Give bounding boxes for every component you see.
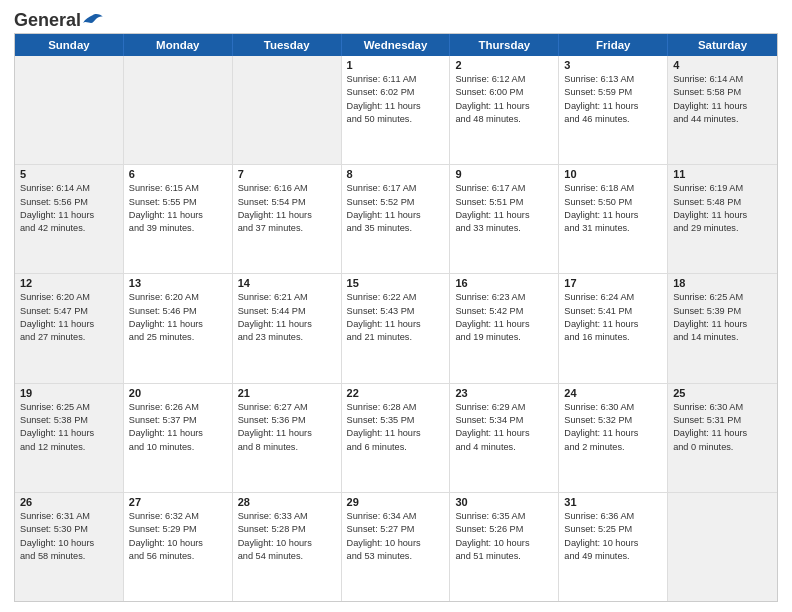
- header-day-saturday: Saturday: [668, 34, 777, 56]
- week-row-3: 12Sunrise: 6:20 AM Sunset: 5:47 PM Dayli…: [15, 274, 777, 383]
- cal-cell: 11Sunrise: 6:19 AM Sunset: 5:48 PM Dayli…: [668, 165, 777, 273]
- day-info: Sunrise: 6:12 AM Sunset: 6:00 PM Dayligh…: [455, 73, 553, 126]
- logo-bird-icon: [83, 13, 103, 29]
- cal-cell: [124, 56, 233, 164]
- day-number: 17: [564, 277, 662, 289]
- cal-cell: 25Sunrise: 6:30 AM Sunset: 5:31 PM Dayli…: [668, 384, 777, 492]
- header-day-thursday: Thursday: [450, 34, 559, 56]
- day-info: Sunrise: 6:25 AM Sunset: 5:38 PM Dayligh…: [20, 401, 118, 454]
- day-info: Sunrise: 6:36 AM Sunset: 5:25 PM Dayligh…: [564, 510, 662, 563]
- day-number: 8: [347, 168, 445, 180]
- day-info: Sunrise: 6:19 AM Sunset: 5:48 PM Dayligh…: [673, 182, 772, 235]
- day-info: Sunrise: 6:15 AM Sunset: 5:55 PM Dayligh…: [129, 182, 227, 235]
- cal-cell: 27Sunrise: 6:32 AM Sunset: 5:29 PM Dayli…: [124, 493, 233, 601]
- day-info: Sunrise: 6:11 AM Sunset: 6:02 PM Dayligh…: [347, 73, 445, 126]
- cal-cell: 14Sunrise: 6:21 AM Sunset: 5:44 PM Dayli…: [233, 274, 342, 382]
- day-number: 20: [129, 387, 227, 399]
- header-day-monday: Monday: [124, 34, 233, 56]
- calendar-header: SundayMondayTuesdayWednesdayThursdayFrid…: [15, 34, 777, 56]
- cal-cell: 30Sunrise: 6:35 AM Sunset: 5:26 PM Dayli…: [450, 493, 559, 601]
- cal-cell: 17Sunrise: 6:24 AM Sunset: 5:41 PM Dayli…: [559, 274, 668, 382]
- day-info: Sunrise: 6:29 AM Sunset: 5:34 PM Dayligh…: [455, 401, 553, 454]
- cal-cell: 7Sunrise: 6:16 AM Sunset: 5:54 PM Daylig…: [233, 165, 342, 273]
- day-info: Sunrise: 6:20 AM Sunset: 5:47 PM Dayligh…: [20, 291, 118, 344]
- day-number: 1: [347, 59, 445, 71]
- day-info: Sunrise: 6:20 AM Sunset: 5:46 PM Dayligh…: [129, 291, 227, 344]
- day-number: 23: [455, 387, 553, 399]
- cal-cell: 26Sunrise: 6:31 AM Sunset: 5:30 PM Dayli…: [15, 493, 124, 601]
- cal-cell: 2Sunrise: 6:12 AM Sunset: 6:00 PM Daylig…: [450, 56, 559, 164]
- cal-cell: 21Sunrise: 6:27 AM Sunset: 5:36 PM Dayli…: [233, 384, 342, 492]
- cal-cell: [15, 56, 124, 164]
- day-number: 12: [20, 277, 118, 289]
- cal-cell: 22Sunrise: 6:28 AM Sunset: 5:35 PM Dayli…: [342, 384, 451, 492]
- cal-cell: 18Sunrise: 6:25 AM Sunset: 5:39 PM Dayli…: [668, 274, 777, 382]
- day-info: Sunrise: 6:17 AM Sunset: 5:52 PM Dayligh…: [347, 182, 445, 235]
- day-number: 2: [455, 59, 553, 71]
- cal-cell: 15Sunrise: 6:22 AM Sunset: 5:43 PM Dayli…: [342, 274, 451, 382]
- day-number: 22: [347, 387, 445, 399]
- day-number: 16: [455, 277, 553, 289]
- cal-cell: 28Sunrise: 6:33 AM Sunset: 5:28 PM Dayli…: [233, 493, 342, 601]
- week-row-4: 19Sunrise: 6:25 AM Sunset: 5:38 PM Dayli…: [15, 384, 777, 493]
- cal-cell: 31Sunrise: 6:36 AM Sunset: 5:25 PM Dayli…: [559, 493, 668, 601]
- cal-cell: 9Sunrise: 6:17 AM Sunset: 5:51 PM Daylig…: [450, 165, 559, 273]
- day-number: 31: [564, 496, 662, 508]
- day-number: 29: [347, 496, 445, 508]
- cal-cell: 23Sunrise: 6:29 AM Sunset: 5:34 PM Dayli…: [450, 384, 559, 492]
- header-day-tuesday: Tuesday: [233, 34, 342, 56]
- day-info: Sunrise: 6:22 AM Sunset: 5:43 PM Dayligh…: [347, 291, 445, 344]
- day-number: 30: [455, 496, 553, 508]
- day-number: 4: [673, 59, 772, 71]
- day-number: 27: [129, 496, 227, 508]
- logo: General: [14, 10, 103, 27]
- day-number: 10: [564, 168, 662, 180]
- day-info: Sunrise: 6:31 AM Sunset: 5:30 PM Dayligh…: [20, 510, 118, 563]
- day-info: Sunrise: 6:14 AM Sunset: 5:56 PM Dayligh…: [20, 182, 118, 235]
- day-info: Sunrise: 6:18 AM Sunset: 5:50 PM Dayligh…: [564, 182, 662, 235]
- cal-cell: 19Sunrise: 6:25 AM Sunset: 5:38 PM Dayli…: [15, 384, 124, 492]
- day-number: 18: [673, 277, 772, 289]
- cal-cell: 12Sunrise: 6:20 AM Sunset: 5:47 PM Dayli…: [15, 274, 124, 382]
- header: General: [14, 10, 778, 27]
- day-number: 5: [20, 168, 118, 180]
- day-number: 26: [20, 496, 118, 508]
- day-info: Sunrise: 6:32 AM Sunset: 5:29 PM Dayligh…: [129, 510, 227, 563]
- cal-cell: 3Sunrise: 6:13 AM Sunset: 5:59 PM Daylig…: [559, 56, 668, 164]
- cal-cell: 10Sunrise: 6:18 AM Sunset: 5:50 PM Dayli…: [559, 165, 668, 273]
- day-number: 28: [238, 496, 336, 508]
- day-number: 9: [455, 168, 553, 180]
- calendar-body: 1Sunrise: 6:11 AM Sunset: 6:02 PM Daylig…: [15, 56, 777, 601]
- day-number: 11: [673, 168, 772, 180]
- day-number: 3: [564, 59, 662, 71]
- cal-cell: [233, 56, 342, 164]
- cal-cell: 24Sunrise: 6:30 AM Sunset: 5:32 PM Dayli…: [559, 384, 668, 492]
- day-number: 6: [129, 168, 227, 180]
- day-info: Sunrise: 6:30 AM Sunset: 5:31 PM Dayligh…: [673, 401, 772, 454]
- day-info: Sunrise: 6:13 AM Sunset: 5:59 PM Dayligh…: [564, 73, 662, 126]
- cal-cell: 20Sunrise: 6:26 AM Sunset: 5:37 PM Dayli…: [124, 384, 233, 492]
- day-info: Sunrise: 6:30 AM Sunset: 5:32 PM Dayligh…: [564, 401, 662, 454]
- day-number: 25: [673, 387, 772, 399]
- day-info: Sunrise: 6:33 AM Sunset: 5:28 PM Dayligh…: [238, 510, 336, 563]
- cal-cell: 16Sunrise: 6:23 AM Sunset: 5:42 PM Dayli…: [450, 274, 559, 382]
- cal-cell: 4Sunrise: 6:14 AM Sunset: 5:58 PM Daylig…: [668, 56, 777, 164]
- day-number: 13: [129, 277, 227, 289]
- cal-cell: 13Sunrise: 6:20 AM Sunset: 5:46 PM Dayli…: [124, 274, 233, 382]
- day-number: 21: [238, 387, 336, 399]
- calendar: SundayMondayTuesdayWednesdayThursdayFrid…: [14, 33, 778, 602]
- day-number: 24: [564, 387, 662, 399]
- week-row-1: 1Sunrise: 6:11 AM Sunset: 6:02 PM Daylig…: [15, 56, 777, 165]
- day-info: Sunrise: 6:23 AM Sunset: 5:42 PM Dayligh…: [455, 291, 553, 344]
- header-day-sunday: Sunday: [15, 34, 124, 56]
- week-row-2: 5Sunrise: 6:14 AM Sunset: 5:56 PM Daylig…: [15, 165, 777, 274]
- cal-cell: 29Sunrise: 6:34 AM Sunset: 5:27 PM Dayli…: [342, 493, 451, 601]
- cal-cell: 6Sunrise: 6:15 AM Sunset: 5:55 PM Daylig…: [124, 165, 233, 273]
- logo-general: General: [14, 10, 81, 31]
- cal-cell: [668, 493, 777, 601]
- page: General SundayMondayTuesdayWednesdayThur…: [0, 0, 792, 612]
- day-info: Sunrise: 6:27 AM Sunset: 5:36 PM Dayligh…: [238, 401, 336, 454]
- day-info: Sunrise: 6:14 AM Sunset: 5:58 PM Dayligh…: [673, 73, 772, 126]
- day-info: Sunrise: 6:24 AM Sunset: 5:41 PM Dayligh…: [564, 291, 662, 344]
- header-day-wednesday: Wednesday: [342, 34, 451, 56]
